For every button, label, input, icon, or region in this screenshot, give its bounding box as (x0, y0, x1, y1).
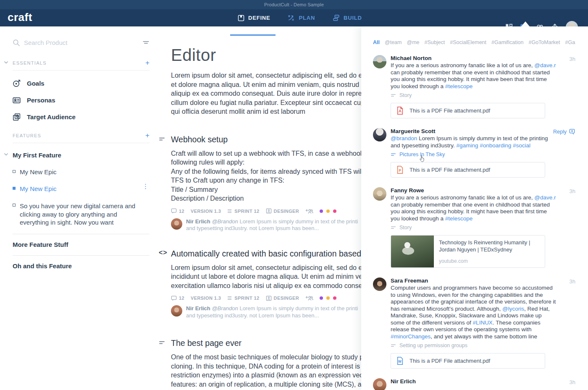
reply-button[interactable]: Reply (553, 128, 575, 135)
inline-comment-text: Nir Erlich @Brandon Lorem Ipsum is simpl… (186, 305, 358, 319)
avatar[interactable] (373, 187, 386, 201)
avatar[interactable] (373, 55, 386, 68)
sprint-badge[interactable]: SPRINT 12 (227, 296, 259, 301)
sidebar-item-more-feature-stuff[interactable]: More Feature Stuff (13, 241, 150, 248)
comment-text: Computer users and programmers have beco… (391, 285, 556, 340)
commenter-name: Nir Erlich (186, 218, 210, 225)
sidebar-item-target-audience[interactable]: Target Audience (13, 113, 150, 121)
filter-all[interactable]: All (373, 39, 380, 45)
sidebar-item-label: Goals (27, 80, 45, 87)
version-badge[interactable]: VERSION 1.3 (191, 296, 221, 301)
commenter-name[interactable]: Fanny Rowe (391, 187, 556, 194)
mention: @Brandon (212, 305, 238, 311)
avatar[interactable] (373, 277, 386, 291)
avatar[interactable] (373, 128, 386, 141)
panel-caret (521, 21, 530, 26)
chevron-down-icon[interactable] (4, 61, 8, 64)
label-dots (320, 209, 336, 213)
designer-badge[interactable]: DESINGER (266, 296, 299, 301)
feature-label: More Feature Stuff (13, 241, 68, 248)
doc-attachment[interactable]: W This is a PDF File attachment.pdf (391, 353, 545, 369)
filter-team[interactable]: @team (385, 39, 402, 45)
label-dot-purple[interactable] (320, 296, 323, 300)
epic-menu-icon[interactable]: ⋮ (142, 185, 149, 188)
sprint-badge[interactable]: SPRINT 12 (227, 209, 259, 214)
story-tag[interactable]: Story (391, 225, 556, 230)
youtube-link-card[interactable]: Technology Is Reinventing Humanity | Jor… (391, 235, 545, 268)
mention-link[interactable]: @dave.r (534, 62, 556, 68)
tab-plan[interactable]: PLAN (288, 14, 315, 21)
avatar[interactable] (373, 378, 386, 390)
divider (13, 234, 150, 234)
comment-line: and typesetting ind3ustry. not Lorem Ips… (186, 312, 319, 319)
label-dot-pink[interactable] (333, 296, 336, 300)
label-dot-purple[interactable] (320, 209, 323, 213)
sidebar-item-oh-and-this-feature[interactable]: Oh and this Feature (13, 262, 150, 270)
comment-count[interactable]: 12 (171, 296, 184, 301)
inline-comment-text: Nir Erlich @Brandon Lorem Ipsum is simpl… (186, 218, 358, 232)
text-segment: If you are a serious astronomy fanatic l… (391, 62, 534, 68)
story-tag[interactable]: Story (391, 92, 556, 98)
hashtag-link[interactable]: #LINUX (473, 319, 493, 326)
filter-icon[interactable] (142, 39, 150, 46)
filter-gotomarket[interactable]: #GoToMarket (528, 39, 560, 45)
linked-item-pictures-in-the-sky[interactable]: Pictures In The Sky (391, 152, 556, 157)
designer-label: DESINGER (274, 209, 299, 214)
sidebar-item-my-new-epic-2[interactable]: My New Epic ⋮ (13, 185, 150, 192)
chevron-down-icon[interactable] (4, 153, 8, 156)
top-navbar: craft DEFINE PLAN (0, 9, 588, 26)
comment-count-value: 12 (179, 296, 184, 301)
sidebar-item-my-first-feature[interactable]: My First Feature (13, 152, 150, 159)
tab-build[interactable]: BUILD (333, 14, 362, 21)
text-segment: If you are a serious astronomy fanatic l… (391, 194, 534, 201)
version-label: VERSION 1.3 (191, 209, 221, 214)
comment-count[interactable]: 12 (171, 208, 184, 214)
filter-overflow[interactable]: #GamificationaXd... (565, 39, 575, 45)
add-people-icon[interactable] (305, 208, 313, 214)
mention-link[interactable]: @dave.r (534, 194, 556, 201)
search-input[interactable] (24, 39, 138, 46)
craft-logo[interactable]: craft (8, 11, 32, 24)
sidebar-item-camera-epic[interactable]: So you have your new digital camera and … (13, 202, 144, 227)
comment-line: and typesetting ind3ustry. not Lorem Ips… (186, 225, 319, 231)
search-row (13, 39, 150, 46)
commenter-name[interactable]: Michael Norton (391, 55, 556, 61)
hashtag-link[interactable]: #gaming #onboarding #social (457, 142, 530, 149)
filter-gamification[interactable]: #Gamification (491, 39, 523, 45)
label-dot-pink[interactable] (333, 209, 336, 213)
story-icon (159, 136, 165, 142)
epic-bullet-active (13, 187, 16, 190)
mention-link[interactable]: @lycoris (502, 306, 524, 312)
commenter-name[interactable]: Nir Erlich (391, 378, 556, 385)
label-dot-yellow[interactable] (326, 296, 330, 300)
label-dot-yellow[interactable] (326, 209, 330, 213)
pdf-attachment[interactable]: P This is a PDF File attachment.pdf (391, 162, 545, 178)
filter-subject[interactable]: #Subject (425, 39, 445, 45)
sidebar-item-my-new-epic-1[interactable]: My New Epic (13, 168, 150, 175)
add-people-icon[interactable] (305, 295, 313, 301)
commenter-name[interactable]: Sara Freeman (391, 277, 556, 284)
hashtag-link[interactable]: #minorChanges (391, 333, 430, 340)
designer-badge[interactable]: DESINGER (266, 208, 299, 214)
personas-card-icon (13, 96, 21, 104)
pdf-attachment[interactable]: This is a PDF File attachment.pdf (391, 103, 545, 118)
add-feature-button[interactable]: + (145, 133, 150, 138)
commenter-name: Nir Erlich (186, 305, 210, 311)
sidebar: ESSENTIALS + Goals Personas (0, 26, 156, 390)
avatar (171, 218, 182, 230)
hashtag-link[interactable]: #telescope (445, 83, 472, 89)
permission-groups-tag[interactable]: Setting up permission groups (391, 343, 556, 348)
filter-socialelement[interactable]: #SocialElement (450, 39, 486, 45)
hashtag-link[interactable]: #telescope (445, 215, 472, 222)
sidebar-item-goals[interactable]: Goals (13, 79, 150, 87)
define-icon (238, 15, 244, 21)
tab-define[interactable]: DEFINE (238, 15, 270, 21)
mention-link[interactable]: @brandon (391, 135, 417, 141)
sidebar-item-personas[interactable]: Personas (13, 96, 150, 104)
commenter-name[interactable]: Marguerite Scott (391, 128, 556, 134)
comment-count-value: 12 (179, 209, 184, 214)
designer-label: DESINGER (274, 296, 299, 301)
add-essential-button[interactable]: + (145, 61, 150, 65)
filter-me[interactable]: @me (407, 39, 419, 45)
version-badge[interactable]: VERSION 1.3 (191, 209, 221, 214)
